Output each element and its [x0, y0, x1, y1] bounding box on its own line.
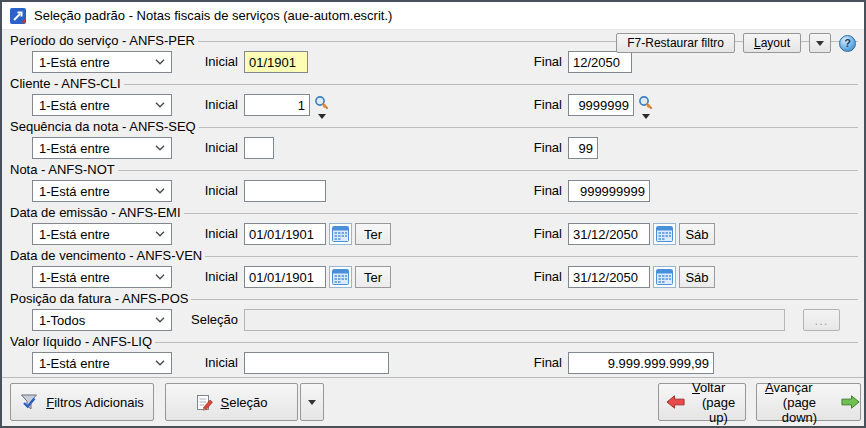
layout-button[interactable]: Layout [743, 33, 801, 53]
section-title: Posição da fatura - ANFS-POS [10, 291, 191, 306]
calendar-icon [656, 226, 673, 242]
section-divider [124, 84, 858, 85]
section-title: Valor líquido - ANFS-LIQ [10, 334, 155, 349]
help-button[interactable]: ? [839, 35, 856, 52]
chevron-down-icon [155, 188, 165, 194]
section-title: Data de emissão - ANFS-EMI [10, 205, 184, 220]
calendar-icon [332, 269, 349, 285]
section-title: Nota - ANFS-NOT [10, 162, 118, 177]
chevron-down-icon [155, 59, 165, 65]
final-input[interactable] [568, 137, 598, 159]
lookup-dropdown-icon [642, 114, 650, 119]
section-cliente: Cliente - ANFS-CLI 1-Está entre Inicial [8, 76, 858, 117]
section-nota: Nota - ANFS-NOT 1-Está entre Inicial Fin… [8, 162, 858, 203]
final-calendar-button[interactable] [653, 223, 676, 245]
final-weekday-badge: Sáb [679, 266, 715, 288]
final-label: Final [490, 226, 562, 241]
final-label: Final [490, 97, 562, 112]
voltar-label: Voltar [692, 380, 725, 395]
calendar-icon [332, 226, 349, 242]
dropdown-arrow-icon [816, 41, 824, 46]
section-data-emissao: Data de emissão - ANFS-EMI 1-Está entre … [8, 205, 858, 246]
edit-document-icon [196, 394, 214, 411]
avancar-label: Avançar [765, 380, 812, 395]
final-input[interactable] [568, 51, 632, 73]
operator-select[interactable]: 1-Está entre [32, 223, 172, 245]
filters-area: Período do serviço - ANFS-PER 1-Está ent… [2, 30, 864, 375]
final-label: Final [490, 54, 562, 69]
filtros-adicionais-button[interactable]: Filtros Adicionais [10, 383, 154, 421]
avancar-button[interactable]: Avançar (page down) [756, 383, 861, 421]
chevron-down-icon [155, 102, 165, 108]
inicial-lookup-button[interactable] [313, 95, 330, 119]
magnifier-icon [314, 95, 329, 110]
inicial-date-input[interactable] [244, 266, 326, 288]
inicial-input[interactable] [244, 352, 389, 374]
browse-button: ... [803, 309, 840, 331]
forward-arrow-icon [841, 394, 860, 410]
lookup-dropdown-icon [318, 114, 326, 119]
inicial-label: Inicial [166, 97, 238, 112]
section-valor-liquido: Valor líquido - ANFS-LIQ 1-Está entre In… [8, 334, 858, 375]
inicial-calendar-button[interactable] [329, 223, 352, 245]
title-bar: Seleção padrão - Notas fiscais de serviç… [2, 2, 864, 30]
chevron-down-icon [155, 231, 165, 237]
section-divider [155, 342, 858, 343]
chevron-down-icon [155, 360, 165, 366]
section-title: Período do serviço - ANFS-PER [10, 33, 198, 48]
inicial-input[interactable] [244, 180, 326, 202]
final-label: Final [490, 140, 562, 155]
final-weekday-badge: Sáb [679, 223, 715, 245]
layout-menu-button[interactable] [809, 33, 831, 53]
final-input[interactable] [568, 94, 634, 116]
operator-select[interactable]: 1-Está entre [32, 266, 172, 288]
operator-select[interactable]: 1-Está entre [32, 352, 172, 374]
app-icon [10, 8, 26, 24]
footer-bar: Filtros Adicionais Seleção Voltar (page [2, 377, 864, 426]
section-title: Data de vencimento - ANFS-VEN [10, 248, 205, 263]
chevron-down-icon [155, 317, 165, 323]
inicial-label: Inicial [166, 183, 238, 198]
section-divider [118, 170, 858, 171]
final-label: Final [490, 269, 562, 284]
inicial-label: Inicial [166, 54, 238, 69]
operator-select[interactable]: 1-Está entre [32, 51, 172, 73]
operator-select[interactable]: 1-Está entre [32, 94, 172, 116]
inicial-label: Inicial [166, 355, 238, 370]
inicial-input[interactable] [244, 94, 310, 116]
section-divider [184, 213, 859, 214]
inicial-input[interactable] [244, 51, 308, 73]
inicial-weekday-badge: Ter [355, 266, 391, 288]
inicial-weekday-badge: Ter [355, 223, 391, 245]
final-input[interactable] [568, 180, 650, 202]
final-lookup-button[interactable] [637, 95, 654, 119]
selecao-button[interactable]: Seleção [165, 383, 298, 421]
final-input[interactable] [568, 352, 714, 374]
inicial-label: Inicial [166, 226, 238, 241]
selecao-input [244, 309, 785, 331]
operator-select[interactable]: 1-Está entre [32, 137, 172, 159]
selecao-menu-button[interactable] [300, 383, 324, 421]
voltar-button[interactable]: Voltar (page up) [658, 383, 746, 421]
operator-select[interactable]: 1-Está entre [32, 180, 172, 202]
final-label: Final [490, 355, 562, 370]
voltar-sublabel: (page up) [692, 395, 745, 425]
magnifier-icon [638, 95, 653, 110]
chevron-down-icon [155, 145, 165, 151]
operator-select[interactable]: 1-Todos [32, 309, 172, 331]
restore-filter-button[interactable]: F7-Restaurar filtro [616, 33, 735, 53]
chevron-down-icon [155, 274, 165, 280]
inicial-input[interactable] [244, 137, 274, 159]
inicial-calendar-button[interactable] [329, 266, 352, 288]
section-posicao-fatura: Posição da fatura - ANFS-POS 1-Todos Sel… [8, 291, 858, 332]
window-title: Seleção padrão - Notas fiscais de serviç… [34, 8, 392, 23]
section-data-vencimento: Data de vencimento - ANFS-VEN 1-Está ent… [8, 248, 858, 289]
section-divider [191, 299, 858, 300]
inicial-date-input[interactable] [244, 223, 326, 245]
calendar-icon [656, 269, 673, 285]
dialog-window: Seleção padrão - Notas fiscais de serviç… [0, 0, 866, 428]
filter-funnel-icon [20, 394, 39, 411]
final-date-input[interactable] [568, 223, 650, 245]
final-date-input[interactable] [568, 266, 650, 288]
final-calendar-button[interactable] [653, 266, 676, 288]
